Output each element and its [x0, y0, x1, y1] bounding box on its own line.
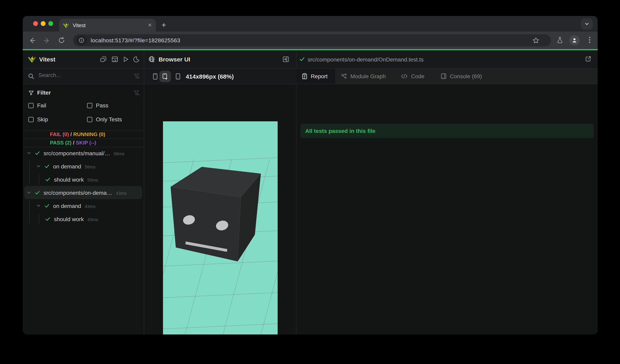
- traffic-light-minimize[interactable]: [41, 21, 46, 26]
- pass-check-icon: [44, 164, 49, 169]
- pass-check-icon: [35, 190, 40, 195]
- traffic-light-close[interactable]: [33, 21, 38, 26]
- browser-tab-strip: Vitest ✕ +: [23, 16, 598, 31]
- browser-window: Vitest ✕ + localhost:5173/#/?file=182862…: [23, 16, 598, 335]
- open-panel-right-icon[interactable]: [282, 56, 289, 63]
- tree-row-test[interactable]: should work 55ms: [24, 173, 142, 186]
- checkbox-skip[interactable]: [28, 117, 33, 122]
- tree-row-test[interactable]: should work 43ms: [24, 212, 142, 226]
- dark-mode-moon-icon[interactable]: [133, 56, 140, 63]
- traffic-light-zoom[interactable]: [48, 21, 53, 26]
- chevron-down-icon[interactable]: [36, 204, 41, 208]
- filter-option-only-tests[interactable]: Only Tests: [87, 116, 122, 123]
- reload-icon[interactable]: [58, 37, 65, 44]
- tree-row-suite[interactable]: on demand 43ms: [24, 199, 142, 212]
- tab-module-graph[interactable]: Module Graph: [341, 69, 386, 84]
- browser-preview-viewport[interactable]: [163, 121, 278, 335]
- vitest-favicon: [63, 22, 69, 28]
- vitest-logo: [28, 56, 36, 63]
- pass-check-icon: [45, 216, 50, 221]
- filter-title: Filter: [37, 89, 51, 96]
- filter-option-fail[interactable]: Fail: [28, 102, 46, 109]
- search-input[interactable]: [38, 72, 119, 79]
- checkbox-only-tests[interactable]: [87, 117, 92, 122]
- file-pass-check-icon: [299, 56, 305, 62]
- globe-icon: [148, 56, 155, 63]
- new-tab-button[interactable]: +: [159, 20, 169, 30]
- file-path: src/components/on-demand/OnDemand.test.t…: [308, 56, 424, 63]
- back-arrow-icon[interactable]: [28, 37, 36, 44]
- chevron-down-icon[interactable]: [27, 151, 31, 155]
- pass-check-icon: [45, 177, 50, 182]
- tab-report[interactable]: Report: [302, 69, 327, 84]
- filter-funnel-icon: [28, 90, 34, 96]
- pass-check-icon: [44, 203, 49, 208]
- tree-row-suite[interactable]: on demand 56ms: [24, 160, 142, 173]
- tab-search-chevron-icon[interactable]: [581, 18, 593, 29]
- tree-row-file-ondemand[interactable]: src/components/on-dema… 43ms: [24, 186, 142, 199]
- chevron-down-icon[interactable]: [27, 190, 31, 195]
- tab-code[interactable]: Code: [401, 69, 424, 84]
- browser-tab[interactable]: Vitest ✕: [59, 19, 156, 31]
- clear-filter-icon[interactable]: [133, 89, 140, 96]
- bookmark-star-icon[interactable]: [532, 37, 540, 44]
- site-info-icon[interactable]: [76, 35, 87, 45]
- viewport-size-label: 414x896px (68%): [186, 73, 234, 80]
- device-phone-plus-icon[interactable]: [159, 71, 171, 82]
- profile-avatar-icon[interactable]: [569, 35, 580, 45]
- banner-text: All tests passed in this file: [305, 128, 375, 134]
- clipboard-icon: [302, 73, 308, 79]
- report-tab-bar: Report Module Graph Code Console (69): [296, 69, 598, 84]
- preview-scene: [163, 121, 278, 335]
- url-text: localhost:5173/#/?file=1828625563: [91, 37, 180, 44]
- forward-arrow-icon[interactable]: [43, 37, 51, 44]
- summary-line-1: FAIL (0) / RUNNING (0): [23, 130, 144, 138]
- desktop-background: Vitest ✕ + localhost:5173/#/?file=182862…: [0, 0, 620, 364]
- checkbox-fail[interactable]: [28, 103, 33, 108]
- clear-search-filter-icon[interactable]: [133, 73, 140, 79]
- tree-row-file-manual[interactable]: src/components/manual/… 56ms: [24, 146, 142, 160]
- pass-check-icon: [35, 150, 40, 156]
- menu-dots-icon[interactable]: [586, 36, 593, 44]
- experiments-flask-icon[interactable]: [556, 36, 564, 44]
- checkbox-pass[interactable]: [87, 103, 92, 108]
- run-all-play-icon[interactable]: [122, 56, 129, 63]
- dashboard-report-icon[interactable]: [111, 56, 118, 63]
- test-summary: FAIL (0) / RUNNING (0) PASS (2) / SKIP (…: [23, 130, 144, 147]
- filter-option-skip[interactable]: Skip: [28, 116, 48, 123]
- filter-option-pass[interactable]: Pass: [87, 102, 108, 109]
- url-bar[interactable]: localhost:5173/#/?file=1828625563: [73, 34, 551, 46]
- all-tests-passed-banner: All tests passed in this file: [300, 124, 594, 138]
- chevron-down-icon[interactable]: [36, 164, 41, 168]
- vitest-app: Vitest Fil: [23, 50, 598, 335]
- sidebar-separator: [144, 50, 144, 335]
- console-panel-icon: [441, 73, 447, 79]
- sidebar-title: Vitest: [39, 56, 55, 63]
- tab-close-icon[interactable]: ✕: [148, 22, 152, 28]
- collapse-windows-icon[interactable]: [100, 56, 107, 63]
- tab-title: Vitest: [73, 22, 148, 28]
- graph-nodes-icon: [341, 73, 347, 79]
- external-link-icon[interactable]: [585, 56, 592, 62]
- device-phone-minus-icon[interactable]: [172, 71, 184, 82]
- summary-line-2: PASS (2) / SKIP (--): [23, 138, 144, 147]
- panel-separator: [296, 50, 296, 335]
- code-brackets-icon: [401, 73, 408, 79]
- search-icon: [28, 73, 34, 79]
- browser-panel-title: Browser UI: [159, 56, 190, 63]
- tab-console[interactable]: Console (69): [441, 69, 482, 84]
